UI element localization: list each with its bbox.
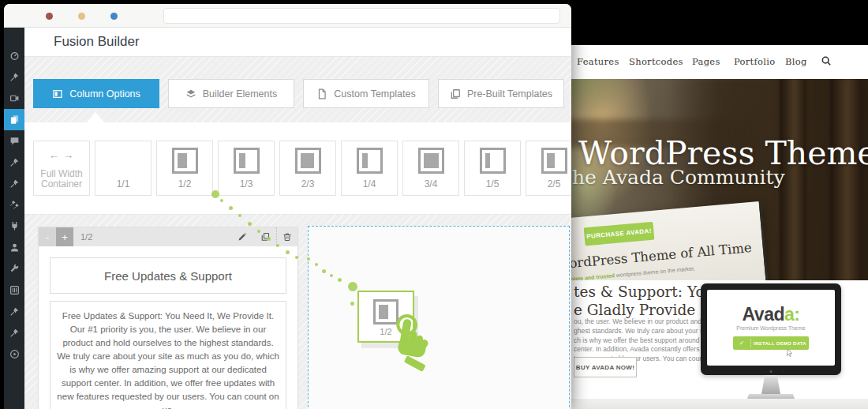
sidebar-item-dashboard[interactable] xyxy=(4,45,24,66)
page-title: Fusion Builder xyxy=(54,34,140,50)
trail-dot xyxy=(315,263,318,266)
sidebar-item-users[interactable] xyxy=(4,237,24,258)
palette-full-width-container[interactable]: ← → Full Width Container xyxy=(33,141,90,196)
pencil-icon xyxy=(238,232,247,242)
nav-item-blog[interactable]: Blog xyxy=(785,56,807,67)
sidebar-item-tools[interactable] xyxy=(4,258,24,280)
trail-dot xyxy=(286,250,290,254)
search-icon[interactable] xyxy=(821,55,832,66)
delete-column-button[interactable] xyxy=(276,227,297,246)
trail-dot xyxy=(295,256,298,259)
browser-chrome xyxy=(4,4,571,28)
palette-1-2[interactable]: 1/2 xyxy=(156,141,213,196)
mouse-cursor-icon xyxy=(785,348,794,357)
tab-prebuilt-templates[interactable]: Pre-Built Templates xyxy=(438,79,564,108)
avada-logo: Avada: xyxy=(743,306,800,324)
wp-admin-sidebar xyxy=(4,28,24,409)
trail-dot xyxy=(220,199,223,202)
palette-3-4[interactable]: 3/4 xyxy=(402,141,459,196)
trail-dot xyxy=(257,230,260,233)
monitor-graphic: Avada: Premium Wordpress Theme ✓ INSTALL… xyxy=(701,283,841,401)
column-palette-cells: ← → Full Width Container 1/1 1/2 1/3 2/3 xyxy=(33,141,571,196)
buy-avada-button[interactable]: BUY AVADA NOW! xyxy=(574,357,637,377)
monitor-camera-dot xyxy=(770,370,773,373)
play-circle-icon xyxy=(9,349,20,359)
monitor-stand-neck xyxy=(761,375,780,394)
palette-1-1[interactable]: 1/1 xyxy=(95,141,152,196)
increase-column-button[interactable]: + xyxy=(56,227,73,246)
pin-icon xyxy=(9,178,20,189)
purchase-avada-button[interactable]: PURCHASE AVADA! xyxy=(584,222,655,246)
column-fraction-icon xyxy=(418,148,444,174)
palette-2-3[interactable]: 2/3 xyxy=(279,141,336,196)
monitor-screen: Avada: Premium Wordpress Theme ✓ INSTALL… xyxy=(701,283,841,375)
text-element[interactable]: Free Updates & Support: You Need It, We … xyxy=(50,301,286,409)
user-icon xyxy=(9,242,20,253)
window-maximize-button[interactable] xyxy=(110,13,118,20)
palette-1-4[interactable]: 1/4 xyxy=(341,141,398,196)
comment-icon xyxy=(9,136,20,146)
palette-2-5[interactable]: 2/5 xyxy=(526,141,571,196)
plug-icon xyxy=(9,221,20,231)
trail-dot xyxy=(238,214,241,217)
builder-column-block: - + 1/2 Free Updates & Support Free Upda… xyxy=(38,227,298,409)
pin-icon xyxy=(9,328,20,338)
column-fraction-icon xyxy=(234,148,260,174)
nav-item-portfolio[interactable]: Portfolio xyxy=(734,56,775,67)
nav-item-pages[interactable]: Pages xyxy=(692,56,720,67)
document-icon xyxy=(316,88,327,99)
palette-1-3[interactable]: 1/3 xyxy=(218,141,275,196)
tab-column-options[interactable]: Column Options xyxy=(33,79,159,108)
url-bar[interactable] xyxy=(163,8,560,24)
tab-builder-elements[interactable]: Builder Elements xyxy=(168,79,294,108)
trail-dot xyxy=(211,190,219,198)
builder-header: Fusion Builder xyxy=(24,28,571,57)
media-icon xyxy=(9,93,20,103)
trash-icon xyxy=(282,232,292,242)
sidebar-item-comments[interactable] xyxy=(4,130,24,152)
column-fraction-icon xyxy=(295,148,321,174)
sidebar-item-custom-post[interactable] xyxy=(4,152,24,173)
hero-wood-post xyxy=(830,79,862,280)
trail-dot xyxy=(322,269,326,273)
nav-item-shortcodes[interactable]: Shortcodes xyxy=(629,56,683,67)
screenshot-stage: Features Shortcodes Pages Portfolio Blog… xyxy=(0,0,868,409)
sidebar-item-custom-posts[interactable] xyxy=(4,194,24,216)
edit-column-button[interactable] xyxy=(230,227,253,246)
sidebar-item-media[interactable] xyxy=(4,88,24,109)
trail-dot xyxy=(348,282,357,291)
sidebar-item-settings[interactable] xyxy=(4,280,24,301)
window-minimize-button[interactable] xyxy=(78,13,85,20)
sidebar-item-pages-active[interactable] xyxy=(4,109,24,130)
trail-dot xyxy=(248,222,252,226)
tab-custom-templates[interactable]: Custom Templates xyxy=(303,79,429,108)
column-fraction-icon xyxy=(541,148,567,174)
copy-icon xyxy=(450,88,461,99)
sidebar-item-posts[interactable] xyxy=(4,66,24,88)
sidebar-item-custom-post[interactable] xyxy=(4,301,24,322)
install-demo-button[interactable]: ✓ INSTALL DEMO DATA xyxy=(733,336,809,350)
trail-dot xyxy=(350,302,354,306)
drag-hand-icon xyxy=(381,310,440,376)
column-fraction-icon xyxy=(172,148,198,174)
decrease-column-button[interactable]: - xyxy=(39,227,56,246)
sidebar-item-custom-post[interactable] xyxy=(4,173,24,194)
column-size-label: 1/2 xyxy=(80,232,92,242)
nav-item-features[interactable]: Features xyxy=(577,56,619,67)
title-element[interactable]: Free Updates & Support xyxy=(50,257,286,294)
trail-dot xyxy=(267,237,271,241)
column-fraction-icon xyxy=(480,148,506,174)
sidebar-item-custom-post[interactable] xyxy=(4,322,24,343)
sidebar-item-collapse[interactable] xyxy=(4,343,24,365)
trail-dot xyxy=(276,244,279,247)
pin-icon xyxy=(9,306,20,317)
window-close-button[interactable] xyxy=(46,13,53,20)
dashboard-icon xyxy=(9,51,20,61)
columns-icon xyxy=(52,88,63,99)
trail-dot xyxy=(330,274,333,277)
trail-dot xyxy=(338,278,342,282)
layers-icon xyxy=(185,88,196,99)
palette-1-5[interactable]: 1/5 xyxy=(464,141,521,196)
fusion-builder-window: Fusion Builder Column Options Builder El… xyxy=(4,4,571,409)
sidebar-item-plugins[interactable] xyxy=(4,216,24,237)
